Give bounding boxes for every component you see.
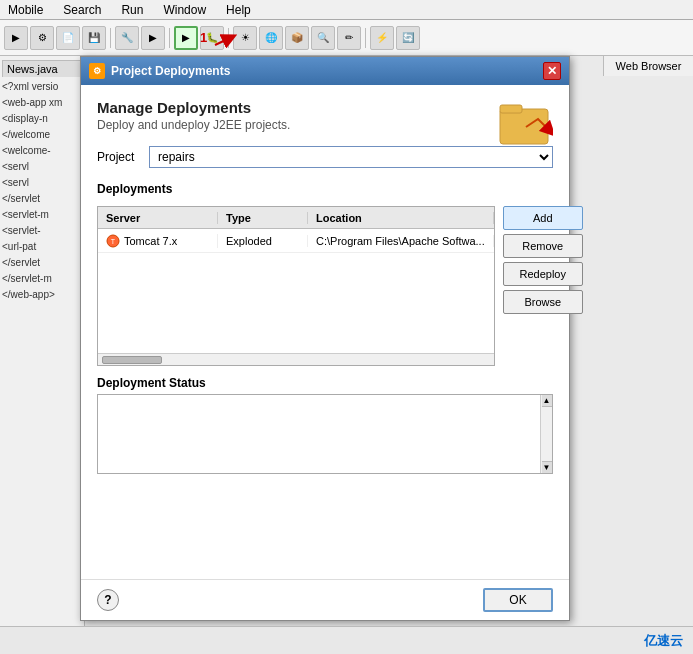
manage-deployments-subtitle: Deploy and undeploy J2EE projects. [97, 118, 553, 132]
toolbar-btn-12[interactable]: ⚡ [370, 26, 394, 50]
toolbar-sep-1 [110, 28, 111, 48]
menu-window[interactable]: Window [159, 3, 210, 17]
code-line: <web-app xm [2, 95, 82, 111]
server-name: Tomcat 7.x [124, 235, 177, 247]
menu-mobile[interactable]: Mobile [4, 3, 47, 17]
add-button[interactable]: Add [503, 206, 583, 230]
status-box: ▲ ▼ [97, 394, 553, 474]
code-line: </servlet [2, 191, 82, 207]
code-line: <?xml versio [2, 79, 82, 95]
svg-rect-5 [500, 105, 522, 113]
vscroll-down[interactable]: ▼ [542, 461, 552, 473]
code-line: </servlet-m [2, 271, 82, 287]
left-panel-content: <?xml versio <web-app xm <display-n </we… [2, 79, 82, 303]
code-line: <servlet-m [2, 207, 82, 223]
code-line: </servlet [2, 255, 82, 271]
project-select-wrapper: repairs [149, 146, 553, 168]
svg-text:T: T [111, 238, 116, 245]
hscroll-thumb[interactable] [102, 356, 162, 364]
project-row: Project repairs [97, 146, 553, 168]
yisu-logo: 亿速云 [644, 632, 683, 650]
project-select[interactable]: repairs [149, 146, 553, 168]
deployments-section-label: Deployments [97, 182, 553, 196]
redeploy-button[interactable]: Redeploy [503, 262, 583, 286]
toolbar-btn-7[interactable]: ☀ [233, 26, 257, 50]
ok-button[interactable]: OK [483, 588, 553, 612]
toolbar-btn-13[interactable]: 🔄 [396, 26, 420, 50]
dialog-titlebar: ⚙ Project Deployments ✕ [81, 57, 569, 85]
tomcat-icon: T [106, 234, 120, 248]
dialog-title-left: ⚙ Project Deployments [89, 63, 230, 79]
toolbar-btn-debug[interactable]: 🐛 [200, 26, 224, 50]
code-line: <url-pat [2, 239, 82, 255]
code-line: <servl [2, 159, 82, 175]
deployments-area: Server Type Location T Tomcat 7.x [97, 206, 553, 366]
menu-help[interactable]: Help [222, 3, 255, 17]
td-server: T Tomcat 7.x [98, 234, 218, 248]
code-line: <servl [2, 175, 82, 191]
toolbar-btn-1[interactable]: ▶ [4, 26, 28, 50]
help-button[interactable]: ? [97, 589, 119, 611]
deployments-table-area: Server Type Location T Tomcat 7.x [97, 206, 495, 366]
col-header-type: Type [218, 212, 308, 224]
toolbar-sep-3 [228, 28, 229, 48]
status-label: Deployment Status [97, 376, 553, 390]
status-section: Deployment Status ▲ ▼ [97, 376, 553, 474]
browse-button[interactable]: Browse [503, 290, 583, 314]
toolbar-btn-run[interactable]: ▶ [174, 26, 198, 50]
dialog-footer: ? OK [81, 579, 569, 620]
menu-bar: Mobile Search Run Window Help [0, 0, 693, 20]
status-vscroll[interactable]: ▲ ▼ [540, 395, 552, 473]
code-line: <servlet- [2, 223, 82, 239]
col-header-server: Server [98, 212, 218, 224]
toolbar-btn-2[interactable]: ⚙ [30, 26, 54, 50]
table-header: Server Type Location [98, 207, 494, 229]
toolbar-btn-11[interactable]: ✏ [337, 26, 361, 50]
toolbar-btn-5[interactable]: 🔧 [115, 26, 139, 50]
td-location: C:\Program Files\Apache Softwa... [308, 235, 494, 247]
svg-rect-4 [500, 109, 548, 144]
menu-search[interactable]: Search [59, 3, 105, 17]
folder-graphic-svg [498, 99, 553, 149]
toolbar-sep-2 [169, 28, 170, 48]
deployment-action-buttons: Add Remove Redeploy Browse [503, 206, 583, 366]
col-header-location: Location [308, 212, 494, 224]
right-panel-label: Web Browser [603, 56, 693, 76]
dialog-icon: ⚙ [89, 63, 105, 79]
toolbar: ▶ ⚙ 📄 💾 🔧 ▶ ▶ 🐛 ☀ 🌐 📦 🔍 ✏ ⚡ 🔄 [0, 20, 693, 56]
table-hscroll[interactable] [98, 353, 494, 365]
toolbar-sep-4 [365, 28, 366, 48]
project-deployments-dialog: ⚙ Project Deployments ✕ Manage Deploymen… [80, 56, 570, 621]
toolbar-btn-10[interactable]: 🔍 [311, 26, 335, 50]
dialog-close-button[interactable]: ✕ [543, 62, 561, 80]
remove-button[interactable]: Remove [503, 234, 583, 258]
toolbar-btn-6[interactable]: ▶ [141, 26, 165, 50]
code-line: </web-app> [2, 287, 82, 303]
dialog-body: Manage Deployments Deploy and undeploy J… [81, 85, 569, 488]
folder-icon-area [498, 99, 553, 152]
table-row[interactable]: T Tomcat 7.x Exploded C:\Program Files\A… [98, 229, 494, 253]
menu-run[interactable]: Run [117, 3, 147, 17]
ide-background: Mobile Search Run Window Help ▶ ⚙ 📄 💾 🔧 … [0, 0, 693, 654]
vscroll-up[interactable]: ▲ [542, 395, 552, 407]
left-panel-tab[interactable]: News.java [2, 60, 82, 77]
td-type: Exploded [218, 235, 308, 247]
dialog-title-text: Project Deployments [111, 64, 230, 78]
toolbar-btn-3[interactable]: 📄 [56, 26, 80, 50]
dialog-heading: Manage Deployments Deploy and undeploy J… [97, 99, 553, 132]
code-line: <welcome- [2, 143, 82, 159]
project-label: Project [97, 150, 141, 164]
deployments-table: Server Type Location T Tomcat 7.x [97, 206, 495, 366]
toolbar-btn-8[interactable]: 🌐 [259, 26, 283, 50]
bottom-bar: 亿速云 [0, 626, 693, 654]
toolbar-btn-9[interactable]: 📦 [285, 26, 309, 50]
toolbar-btn-4[interactable]: 💾 [82, 26, 106, 50]
left-panel: News.java <?xml versio <web-app xm <disp… [0, 56, 85, 654]
code-line: <display-n [2, 111, 82, 127]
code-line: </welcome [2, 127, 82, 143]
manage-deployments-title: Manage Deployments [97, 99, 553, 116]
